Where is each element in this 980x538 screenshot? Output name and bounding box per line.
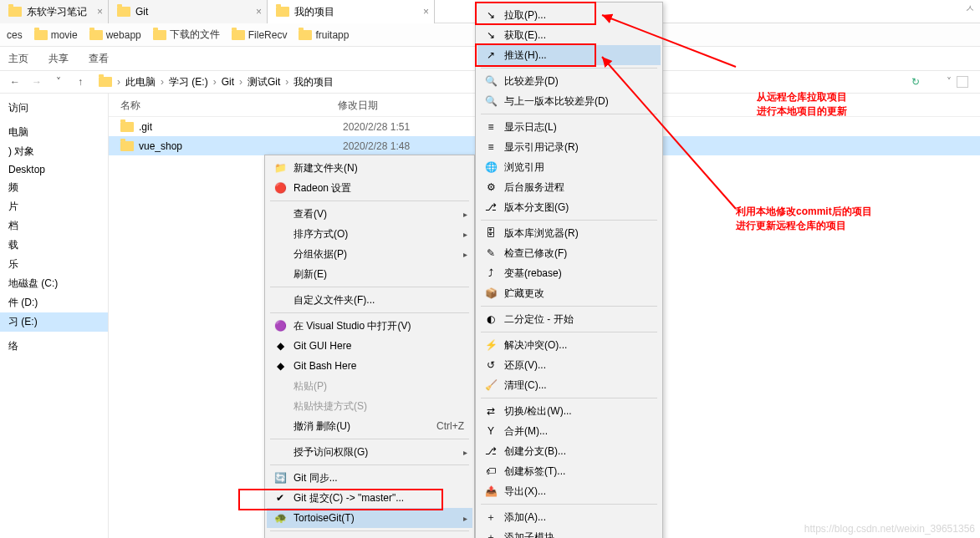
tab-label: 东软学习笔记 [27,5,87,19]
tab-0[interactable]: 东软学习笔记× [0,0,109,23]
shortcut-label: Ctrl+Z [436,420,464,432]
menu-icon: ✔ [273,491,287,505]
close-icon[interactable]: × [97,6,103,18]
fav-item[interactable]: ces [7,29,23,41]
menu-icon: ◐ [484,312,498,326]
close-icon[interactable]: × [256,6,262,18]
fav-item[interactable]: FileRecv [232,29,288,41]
fav-item[interactable]: 下载的文件 [153,28,220,42]
ribbon-view[interactable]: 查看 [89,52,109,66]
menu-item[interactable]: ＋添加子模块... [477,527,661,538]
menu-label: 显示日志(L) [504,120,557,134]
sidebar-item[interactable]: 载 [0,236,108,255]
menu-item[interactable]: 🔍比较差异(D) [477,71,661,91]
sidebar-item[interactable]: 频 [0,178,108,197]
sidebar-item[interactable]: 件 (D:) [0,293,108,312]
back-button[interactable]: ← [7,76,23,88]
crumb[interactable]: Git [222,76,234,88]
menu-item[interactable]: 🔴Radeon 设置 [267,178,472,198]
menu-item[interactable]: ≡显示日志(L) [477,117,661,137]
menu-item[interactable]: 授予访问权限(G)▸ [267,442,472,462]
menu-item[interactable]: 🧹清理(C)... [477,375,661,395]
menu-item[interactable]: ⚡解决冲突(O)... [477,335,661,355]
menu-item[interactable]: 刷新(E) [267,264,472,284]
sidebar-item[interactable]: 地磁盘 (C:) [0,274,108,293]
sidebar-item[interactable]: 习 (E:) [0,312,108,332]
menu-item[interactable]: ↗推送(H)... [477,45,661,65]
menu-item[interactable]: ◐二分定位 - 开始 [477,309,661,329]
menu-icon: ↘ [484,8,498,22]
sidebar-item[interactable]: 档 [0,216,108,236]
fav-item[interactable]: webapp [89,29,141,41]
sidebar-item[interactable]: Desktop [0,161,108,178]
menu-icon: ⚡ [484,338,498,352]
fav-item[interactable]: movie [34,29,78,41]
menu-icon [273,399,287,413]
menu-item[interactable]: 📁新建文件夹(N) [267,158,472,178]
window-controls[interactable]: ㅅ [965,2,975,16]
fav-item[interactable]: fruitapp [299,29,349,41]
menu-item[interactable]: ≡显示引用记录(R) [477,137,661,157]
menu-item[interactable]: ⬇SVN Checkout... [267,534,472,538]
close-icon[interactable]: × [423,6,429,18]
chevron-down-icon[interactable]: ˅ [50,76,67,88]
menu-item[interactable]: 🐢TortoiseGit(T)▸ [267,508,472,528]
refresh-icon[interactable]: ↻ [911,76,920,88]
menu-item[interactable]: ↺还原(V)... [477,355,661,375]
menu-item[interactable]: ↘拉取(P)... [477,5,661,25]
crumb[interactable]: 此电脑 [125,75,156,89]
tab-2[interactable]: 我的项目× [268,0,435,23]
sidebar-item[interactable]: 乐 [0,255,108,274]
sidebar-item[interactable]: 络 [0,337,108,356]
sidebar-item[interactable]: ) 对象 [0,142,108,161]
menu-item[interactable]: 自定义文件夹(F)... [267,290,472,310]
menu-item[interactable]: ✔Git 提交(C) -> "master"... [267,488,472,508]
col-name[interactable]: 名称 [120,99,338,113]
menu-item[interactable]: ⚙后台服务进程 [477,177,661,197]
sidebar-item[interactable]: 访问 [0,99,108,118]
menu-item[interactable]: 🌐浏览引用 [477,157,661,177]
menu-item[interactable]: 🔄Git 同步... [267,468,472,488]
menu-item[interactable]: ⇄切换/检出(W)... [477,401,661,421]
menu-item[interactable]: ◆Git GUI Here [267,336,472,356]
menu-item[interactable]: ✎检查已修改(F) [477,243,661,263]
menu-item[interactable]: ＋添加(A)... [477,507,661,527]
menu-label: 清理(C)... [504,378,547,393]
menu-item[interactable]: ↘获取(E)... [477,25,661,45]
menu-item[interactable]: ⎇创建分支(B)... [477,441,661,461]
menu-item[interactable]: 查看(V)▸ [267,204,472,224]
menu-item[interactable]: ⤴变基(rebase) [477,263,661,283]
sidebar-item[interactable]: 片 [0,197,108,216]
ribbon-home[interactable]: 主页 [8,52,28,66]
menu-item[interactable]: 分组依据(P)▸ [267,244,472,264]
menu-item[interactable]: 📦贮藏更改 [477,283,661,303]
menu-item[interactable]: 🔍与上一版本比较差异(D) [477,91,661,111]
menu-item[interactable]: 粘贴(P) [267,376,472,396]
menu-item[interactable]: 排序方式(O)▸ [267,224,472,244]
search-box[interactable] [957,76,968,88]
menu-icon: ⚙ [484,180,498,194]
menu-item[interactable]: 撤消 删除(U)Ctrl+Z [267,416,472,436]
up-button[interactable]: ↑ [72,76,89,88]
dropdown-icon[interactable]: ˅ [947,76,952,88]
menu-icon: 🧹 [484,378,498,392]
menu-label: 刷新(E) [293,267,327,282]
sidebar-item[interactable]: 电脑 [0,123,108,142]
folder-icon [153,30,166,40]
menu-label: 版本分支图(G) [504,200,569,215]
menu-item[interactable]: 粘贴快捷方式(S) [267,396,472,416]
forward-button[interactable]: → [28,76,45,88]
menu-item[interactable]: 🏷创建标签(T)... [477,461,661,481]
ribbon-share[interactable]: 共享 [48,52,69,66]
tab-1[interactable]: Git× [109,0,268,23]
crumb[interactable]: 学习 (E:) [169,75,208,89]
crumb[interactable]: 测试Git [248,75,280,89]
crumb[interactable]: 我的项目 [293,75,334,89]
menu-item[interactable]: 🟣在 Visual Studio 中打开(V) [267,316,472,336]
menu-item[interactable]: Y合并(M)... [477,421,661,441]
menu-item[interactable]: ⎇版本分支图(G) [477,197,661,217]
col-date[interactable]: 修改日期 [338,99,480,113]
menu-item[interactable]: 🗄版本库浏览器(R) [477,223,661,243]
menu-item[interactable]: 📤导出(X)... [477,481,661,501]
menu-item[interactable]: ◆Git Bash Here [267,356,472,376]
